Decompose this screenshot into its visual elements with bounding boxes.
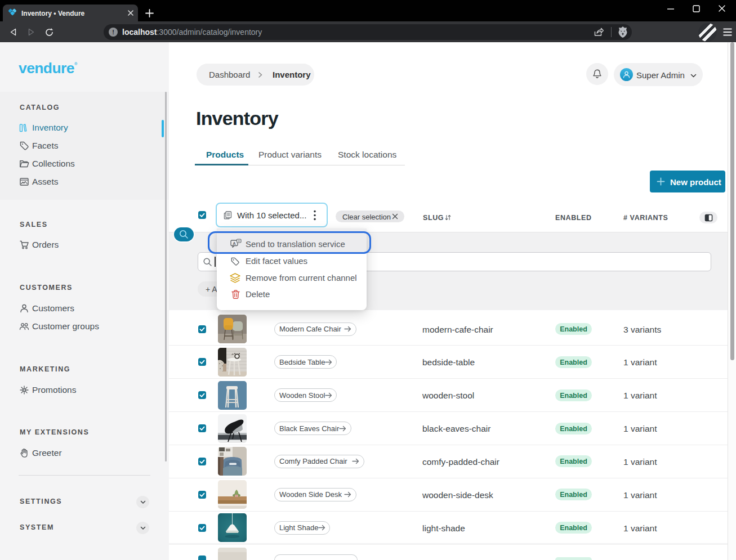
svg-text:A: A (233, 241, 236, 246)
